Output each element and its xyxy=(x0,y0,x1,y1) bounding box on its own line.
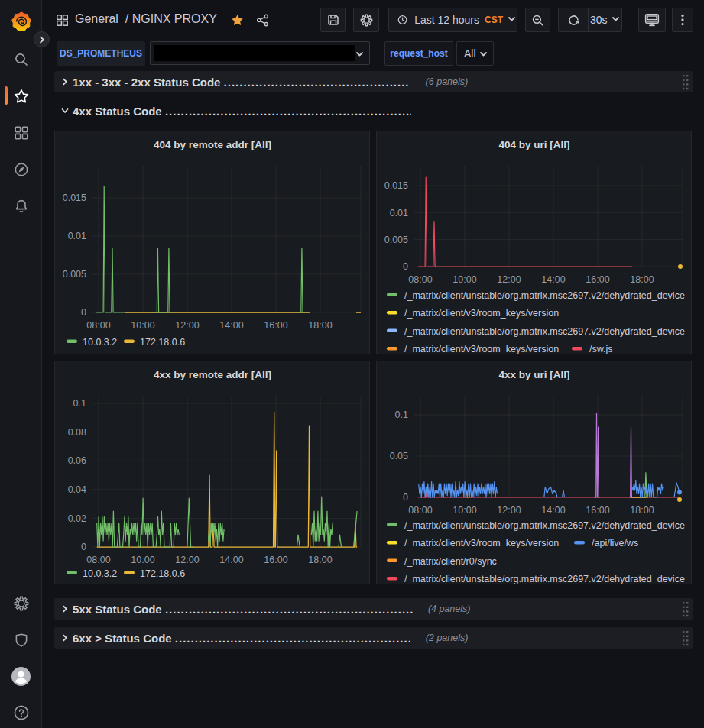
svg-text:4xx by uri [All]: 4xx by uri [All] xyxy=(498,369,569,380)
svg-text:16:00: 16:00 xyxy=(264,320,287,331)
svg-text:0.08: 0.08 xyxy=(68,427,86,438)
svg-text:/_matrix/client/unstable/org.m: /_matrix/client/unstable/org.matrix.msc2… xyxy=(404,326,685,337)
svg-text:14:00: 14:00 xyxy=(219,320,243,331)
svg-text:/api/live/ws: /api/live/ws xyxy=(592,538,638,548)
svg-text:/_matrix/client/v3/room_keys/v: /_matrix/client/v3/room_keys/version xyxy=(404,308,559,319)
svg-text:16:00: 16:00 xyxy=(586,274,609,285)
svg-text:0.06: 0.06 xyxy=(68,455,86,466)
svg-text:0.02: 0.02 xyxy=(68,513,86,524)
svg-text:/_matrix/client/unstable/org.m: /_matrix/client/unstable/org.matrix.msc2… xyxy=(404,574,685,584)
svg-text:0: 0 xyxy=(403,261,408,272)
svg-text:/sw.js: /sw.js xyxy=(589,344,613,354)
svg-text:0.015: 0.015 xyxy=(63,193,86,203)
svg-text:0.01: 0.01 xyxy=(390,208,408,218)
svg-text:14:00: 14:00 xyxy=(541,505,565,516)
svg-text:10:00: 10:00 xyxy=(131,555,154,565)
svg-text:404 by uri [All]: 404 by uri [All] xyxy=(498,139,569,150)
svg-text:08:00: 08:00 xyxy=(86,555,110,565)
svg-text:0.1: 0.1 xyxy=(73,398,86,409)
svg-text:18:00: 18:00 xyxy=(308,555,332,565)
svg-text:4xx by remote addr [All]: 4xx by remote addr [All] xyxy=(154,369,271,380)
svg-text:16:00: 16:00 xyxy=(586,505,609,516)
svg-text:08:00: 08:00 xyxy=(408,505,432,516)
svg-text:08:00: 08:00 xyxy=(408,274,432,285)
svg-text:/_matrix/client/v3/room_keys/v: /_matrix/client/v3/room_keys/version xyxy=(404,344,559,354)
svg-text:/_matrix/client/unstable/org.m: /_matrix/client/unstable/org.matrix.msc2… xyxy=(404,290,685,301)
svg-text:172.18.0.6: 172.18.0.6 xyxy=(140,337,185,348)
svg-text:0.05: 0.05 xyxy=(390,451,408,461)
svg-text:10:00: 10:00 xyxy=(131,320,154,331)
svg-text:10.0.3.2: 10.0.3.2 xyxy=(83,568,117,579)
svg-text:/_matrix/client/v3/room_keys/v: /_matrix/client/v3/room_keys/version xyxy=(404,538,559,548)
svg-text:12:00: 12:00 xyxy=(497,505,521,516)
svg-text:12:00: 12:00 xyxy=(497,274,521,285)
svg-text:10:00: 10:00 xyxy=(453,274,476,285)
svg-text:0: 0 xyxy=(81,542,86,552)
svg-text:12:00: 12:00 xyxy=(175,320,199,331)
svg-text:18:00: 18:00 xyxy=(630,274,654,285)
svg-text:/_matrix/client/r0/sync: /_matrix/client/r0/sync xyxy=(404,556,497,567)
svg-text:18:00: 18:00 xyxy=(308,320,332,331)
svg-text:0: 0 xyxy=(403,492,408,503)
svg-text:16:00: 16:00 xyxy=(264,555,287,565)
svg-text:0: 0 xyxy=(81,307,86,318)
svg-text:0.005: 0.005 xyxy=(63,269,86,280)
svg-text:172.18.0.6: 172.18.0.6 xyxy=(140,568,185,579)
svg-text:0.1: 0.1 xyxy=(395,409,408,420)
svg-text:10.0.3.2: 10.0.3.2 xyxy=(83,337,117,348)
svg-text:14:00: 14:00 xyxy=(541,274,565,285)
svg-text:0.015: 0.015 xyxy=(384,180,408,191)
svg-text:08:00: 08:00 xyxy=(86,320,110,331)
svg-text:10:00: 10:00 xyxy=(453,505,476,516)
svg-text:0.01: 0.01 xyxy=(68,231,86,241)
svg-text:/_matrix/client/unstable/org.m: /_matrix/client/unstable/org.matrix.msc2… xyxy=(404,520,685,531)
svg-text:0.005: 0.005 xyxy=(384,235,408,245)
svg-text:404 by remote addr [All]: 404 by remote addr [All] xyxy=(154,139,271,150)
svg-text:18:00: 18:00 xyxy=(630,505,654,516)
svg-text:14:00: 14:00 xyxy=(219,555,243,565)
svg-text:12:00: 12:00 xyxy=(175,555,199,565)
svg-text:0.04: 0.04 xyxy=(68,484,86,495)
